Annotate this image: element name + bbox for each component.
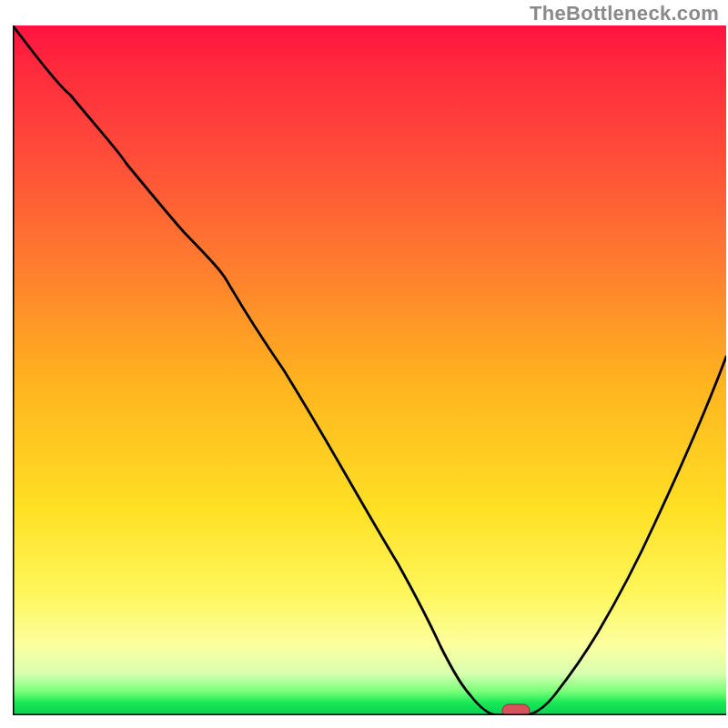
watermark-text: TheBottleneck.com: [530, 2, 719, 25]
plot-area: [13, 25, 726, 715]
bottleneck-curve: [13, 25, 726, 715]
optimal-point-marker: [502, 704, 530, 715]
axes: [13, 25, 726, 715]
plot-svg: [13, 25, 726, 715]
chart-container: TheBottleneck.com: [0, 0, 728, 728]
marker-pill: [502, 704, 530, 715]
